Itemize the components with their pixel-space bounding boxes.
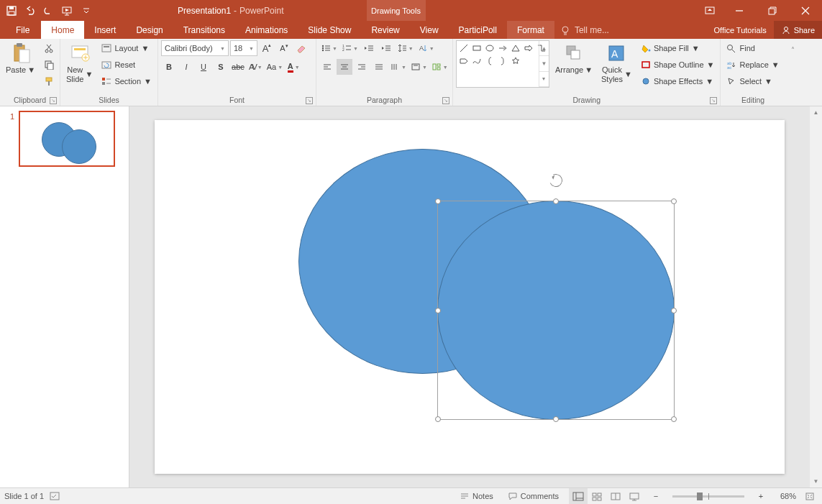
tab-participoll[interactable]: ParticiPoll xyxy=(449,21,507,39)
drawing-launcher-icon[interactable]: ↘ xyxy=(710,97,717,104)
ribbon-display-options-icon[interactable] xyxy=(697,0,723,21)
align-right-button[interactable] xyxy=(354,59,370,75)
tab-view[interactable]: View xyxy=(410,21,449,39)
spellcheck-icon[interactable] xyxy=(50,491,61,501)
save-icon[interactable] xyxy=(3,2,20,19)
numbering-button[interactable]: 12▼ xyxy=(340,40,360,56)
align-left-button[interactable] xyxy=(319,59,335,75)
select-button[interactable]: Select▼ xyxy=(723,73,782,89)
normal-view-button[interactable] xyxy=(569,488,588,505)
increase-indent-button[interactable] xyxy=(378,40,394,56)
slide-indicator[interactable]: Slide 1 of 1 xyxy=(4,492,44,500)
office-tutorials-link[interactable]: Office Tutorials xyxy=(706,26,773,35)
zoom-slider[interactable] xyxy=(672,495,744,498)
tab-transitions[interactable]: Transitions xyxy=(173,21,235,39)
font-launcher-icon[interactable]: ↘ xyxy=(306,97,313,104)
comments-button[interactable]: Comments xyxy=(503,488,563,505)
shape-rect-icon[interactable] xyxy=(471,42,483,54)
qat-customize-icon[interactable] xyxy=(78,2,95,19)
shape-outline-button[interactable]: Shape Outline▼ xyxy=(638,57,718,73)
shape-fill-button[interactable]: Shape Fill▼ xyxy=(638,40,718,56)
paragraph-launcher-icon[interactable]: ↘ xyxy=(442,97,449,104)
arrange-button[interactable]: Arrange▼ xyxy=(552,40,595,76)
slide-canvas-area[interactable]: ▲ ▼ xyxy=(129,106,822,487)
shape-line-icon[interactable] xyxy=(458,42,470,54)
resize-handle[interactable] xyxy=(553,416,559,422)
underline-button[interactable]: U xyxy=(196,59,211,75)
tab-file[interactable]: File xyxy=(4,21,41,39)
smartart-button[interactable]: ▼ xyxy=(430,59,449,75)
shape-rbrace-icon[interactable] xyxy=(497,55,508,67)
copy-button[interactable] xyxy=(41,57,57,73)
start-slideshow-icon[interactable] xyxy=(59,2,76,19)
italic-button[interactable]: I xyxy=(178,59,194,75)
zoom-out-button[interactable]: − xyxy=(649,492,662,500)
shape-lbrace-icon[interactable] xyxy=(484,55,496,67)
tab-review[interactable]: Review xyxy=(361,21,409,39)
gallery-more-icon[interactable]: ▾ xyxy=(539,72,549,87)
redo-icon[interactable] xyxy=(40,2,58,19)
decrease-font-button[interactable]: A▾ xyxy=(276,40,292,56)
scroll-up-icon[interactable]: ▲ xyxy=(810,106,822,119)
font-name-combo[interactable]: Calibri (Body)▼ xyxy=(161,40,229,56)
resize-handle[interactable] xyxy=(671,198,677,204)
justify-button[interactable] xyxy=(371,59,387,75)
minimize-button[interactable] xyxy=(723,0,756,21)
gallery-down-icon[interactable]: ▼ xyxy=(539,56,549,71)
resize-handle[interactable] xyxy=(435,308,441,313)
replace-button[interactable]: abacReplace▼ xyxy=(723,57,782,73)
vertical-scrollbar[interactable]: ▲ ▼ xyxy=(810,106,822,487)
shape-pentagon-icon[interactable] xyxy=(458,55,470,67)
undo-icon[interactable] xyxy=(22,2,39,19)
decrease-indent-button[interactable] xyxy=(361,40,377,56)
resize-handle[interactable] xyxy=(435,198,441,204)
change-case-button[interactable]: Aa▼ xyxy=(265,59,284,75)
zoom-in-button[interactable]: + xyxy=(754,492,767,500)
section-button[interactable]: Section▼ xyxy=(99,73,155,89)
zoom-thumb[interactable] xyxy=(697,492,703,500)
thumbnail-item[interactable]: 1 xyxy=(10,111,119,167)
shadow-button[interactable]: S xyxy=(213,59,229,75)
strikethrough-button[interactable]: abc xyxy=(230,59,246,75)
thumbnail-preview[interactable] xyxy=(19,111,115,167)
rotate-handle-icon[interactable] xyxy=(547,172,564,188)
layout-button[interactable]: Layout▼ xyxy=(99,40,155,56)
resize-handle[interactable] xyxy=(435,416,441,422)
clear-formatting-button[interactable] xyxy=(293,40,309,56)
font-color-button[interactable]: A▼ xyxy=(286,59,301,75)
bullets-button[interactable]: ▼ xyxy=(319,40,339,56)
share-button[interactable]: Share xyxy=(774,21,822,39)
collapse-ribbon-button[interactable]: ˄ xyxy=(785,42,801,58)
find-button[interactable]: Find xyxy=(723,40,782,56)
new-slide-button[interactable]: New Slide▼ xyxy=(63,40,96,85)
reset-button[interactable]: Reset xyxy=(99,57,155,73)
zoom-level[interactable]: 68% xyxy=(773,492,796,500)
increase-font-button[interactable]: A▴ xyxy=(259,40,275,56)
slide-sorter-button[interactable] xyxy=(588,488,606,505)
line-spacing-button[interactable]: ▼ xyxy=(396,40,415,56)
bold-button[interactable]: B xyxy=(161,59,177,75)
shape-arrow-icon[interactable] xyxy=(497,42,508,54)
selection-box[interactable] xyxy=(437,201,675,420)
tab-slideshow[interactable]: Slide Show xyxy=(298,21,361,39)
paste-button[interactable]: Paste▼ xyxy=(3,40,38,76)
quick-styles-button[interactable]: A Quick Styles▼ xyxy=(598,40,635,85)
restore-button[interactable] xyxy=(756,0,789,21)
columns-button[interactable]: ▼ xyxy=(388,59,408,75)
tab-insert[interactable]: Insert xyxy=(84,21,126,39)
shape-rarrow-icon[interactable] xyxy=(523,42,534,54)
shape-effects-button[interactable]: Shape Effects▼ xyxy=(638,73,718,89)
notes-button[interactable]: Notes xyxy=(455,488,498,505)
tell-me-search[interactable]: Tell me... xyxy=(554,21,615,39)
align-center-button[interactable] xyxy=(337,59,352,75)
char-spacing-button[interactable]: AV▼ xyxy=(247,59,264,75)
tab-animations[interactable]: Animations xyxy=(235,21,298,39)
tab-home[interactable]: Home xyxy=(41,21,84,39)
text-direction-button[interactable]: A▼ xyxy=(416,40,436,56)
shapes-gallery[interactable]: ▲▼▾ xyxy=(456,40,549,88)
shape-curve-icon[interactable] xyxy=(471,55,483,67)
reading-view-button[interactable] xyxy=(606,488,625,505)
scroll-down-icon[interactable]: ▼ xyxy=(810,475,822,487)
slide[interactable] xyxy=(155,120,785,474)
format-painter-button[interactable] xyxy=(41,73,57,89)
